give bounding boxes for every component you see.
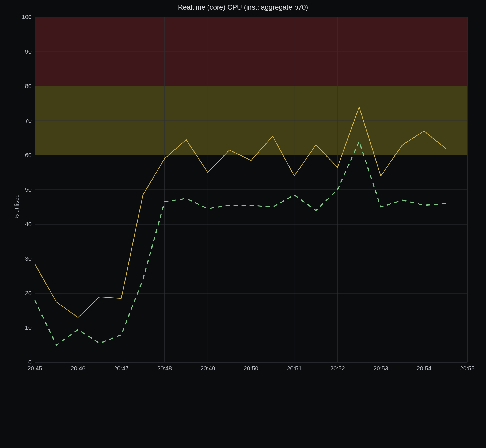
x-tick-label: 20:53: [373, 365, 388, 372]
x-tick-label: 20:46: [71, 365, 85, 372]
series-line-series-green-dashed: [35, 141, 446, 345]
y-tick-label: 60: [25, 152, 32, 158]
y-tick-label: 0: [28, 359, 32, 366]
x-tick-label: 20:54: [417, 365, 431, 372]
y-tick-label: 80: [25, 83, 32, 89]
y-tick-label: 30: [25, 255, 32, 262]
x-tick-label: 20:52: [330, 365, 345, 372]
y-tick-label: 90: [25, 48, 32, 55]
chart-plot-wrap: % utilised 010203040506070809010020:4520…: [16, 16, 470, 376]
y-tick-label: 20: [25, 290, 32, 297]
x-tick-label: 20:48: [157, 365, 172, 372]
y-tick-label: 100: [22, 14, 32, 20]
x-tick-label: 20:47: [114, 365, 129, 372]
x-tick-label: 20:55: [460, 365, 474, 372]
x-tick-label: 20:50: [244, 365, 258, 372]
y-tick-label: 10: [25, 324, 32, 331]
chart-svg: 010203040506070809010020:4520:4620:4720:…: [16, 16, 470, 376]
x-tick-label: 20:51: [287, 365, 302, 372]
chart-panel: Realtime (core) CPU (inst; aggregate p70…: [0, 0, 486, 448]
y-tick-label: 50: [25, 186, 32, 193]
y-tick-label: 40: [25, 221, 32, 227]
y-tick-label: 70: [25, 117, 32, 124]
x-tick-label: 20:45: [27, 365, 42, 372]
chart-title: Realtime (core) CPU (inst; aggregate p70…: [0, 3, 486, 12]
x-tick-label: 20:49: [200, 365, 215, 372]
